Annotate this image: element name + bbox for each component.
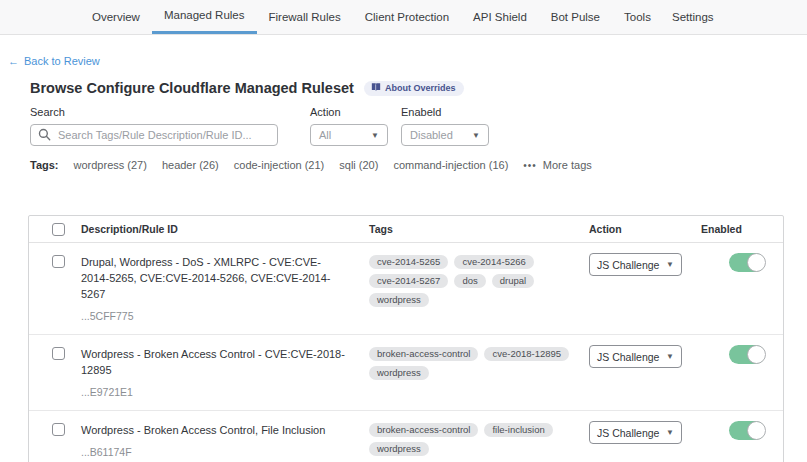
rule-tag-pill: cve-2014-5267 [369, 274, 448, 288]
chevron-down-icon: ▼ [371, 131, 379, 140]
search-input[interactable] [30, 124, 278, 146]
enabled-toggle[interactable] [729, 253, 765, 272]
more-tags-label: More tags [543, 159, 592, 171]
toggle-knob [747, 421, 766, 440]
rule-description-cell: Wordpress - Broken Access Control - CVE:… [81, 335, 369, 410]
tags-bar: Tags: wordpress (27)header (26)code-inje… [30, 159, 592, 171]
enabled-toggle[interactable] [729, 421, 765, 440]
rule-tag-pill: file-inclusion [484, 423, 552, 437]
rule-tags-cell: broken-access-controlfile-inclusionwordp… [369, 411, 589, 462]
row-checkbox[interactable] [52, 347, 65, 360]
row-checkbox[interactable] [52, 423, 65, 436]
back-link-label: Back to Review [24, 55, 100, 67]
tag-filter-link[interactable]: wordpress (27) [74, 159, 147, 171]
table-header-row: Description/Rule ID Tags Action Enabled [29, 216, 783, 243]
col-description: Description/Rule ID [81, 223, 369, 235]
rule-tag-pill: wordpress [369, 366, 429, 380]
rule-tag-pill: broken-access-control [369, 423, 478, 437]
rule-description-cell: Drupal, Wordpress - DoS - XMLRPC - CVE:C… [81, 243, 369, 334]
rule-id: ...E9721E1 [81, 385, 349, 400]
col-action: Action [589, 223, 701, 235]
rule-action-value: JS Challenge [597, 427, 659, 439]
rule-description: Drupal, Wordpress - DoS - XMLRPC - CVE:C… [81, 255, 349, 303]
rule-tag-pill: wordpress [369, 442, 429, 456]
action-filter: Action All ▼ [310, 106, 388, 146]
toggle-knob [747, 345, 766, 364]
back-arrow-icon: ← [8, 55, 19, 67]
rule-tag-pill: dos [454, 274, 485, 288]
chevron-down-icon: ▼ [666, 260, 674, 269]
rule-tag-pill: wordpress [369, 293, 429, 307]
search-icon [38, 128, 51, 141]
tags-bar-label: Tags: [30, 159, 59, 171]
enabled-filter: Enabeld Disabled ▼ [401, 106, 489, 146]
rule-action-value: JS Challenge [597, 259, 659, 271]
table-body: Drupal, Wordpress - DoS - XMLRPC - CVE:C… [29, 243, 783, 462]
more-tags-link[interactable]: ••• More tags [523, 159, 591, 171]
chevron-down-icon: ▼ [472, 131, 480, 140]
tag-filter-links: wordpress (27)header (26)code-injection … [74, 159, 509, 171]
row-checkbox[interactable] [52, 255, 65, 268]
table-row: Wordpress - Broken Access Control - CVE:… [29, 335, 783, 411]
rule-action-cell: JS Challenge▼ [589, 243, 701, 334]
rule-action-select[interactable]: JS Challenge▼ [589, 253, 682, 276]
tag-filter-link[interactable]: code-injection (21) [234, 159, 325, 171]
col-tags: Tags [369, 223, 589, 235]
tag-filter-link[interactable]: command-injection (16) [393, 159, 508, 171]
rule-enabled-cell [701, 411, 783, 462]
tab-firewall-rules[interactable]: Firewall Rules [257, 0, 353, 34]
chevron-down-icon: ▼ [666, 428, 674, 437]
table-row: Drupal, Wordpress - DoS - XMLRPC - CVE:C… [29, 243, 783, 335]
rule-action-select[interactable]: JS Challenge▼ [589, 345, 682, 368]
tab-api-shield[interactable]: API Shield [461, 0, 539, 34]
book-icon [371, 83, 381, 92]
rule-action-cell: JS Challenge▼ [589, 411, 701, 462]
action-label: Action [310, 106, 388, 118]
row-checkbox-cell [29, 243, 81, 334]
tab-overview[interactable]: Overview [80, 0, 152, 34]
rule-action-cell: JS Challenge▼ [589, 335, 701, 410]
managed-ruleset-page: OverviewManaged RulesFirewall RulesClien… [0, 0, 807, 462]
action-filter-select[interactable]: All ▼ [310, 124, 388, 146]
rule-description: Wordpress - Broken Access Control, File … [81, 423, 349, 439]
page-title: Browse Configure Cloudflare Managed Rule… [30, 80, 354, 96]
about-overrides-badge[interactable]: About Overrides [364, 81, 465, 96]
rule-tag-pill: broken-access-control [369, 347, 478, 361]
search-label: Search [30, 106, 278, 118]
enabled-filter-select[interactable]: Disabled ▼ [401, 124, 489, 146]
chevron-down-icon: ▼ [666, 352, 674, 361]
rule-action-value: JS Challenge [597, 351, 659, 363]
rule-id: ...5CFF775 [81, 309, 349, 324]
rule-tag-pill: cve-2018-12895 [484, 347, 569, 361]
rule-tag-pill: cve-2014-5266 [454, 255, 533, 269]
tab-managed-rules[interactable]: Managed Rules [152, 0, 257, 34]
ellipsis-icon: ••• [523, 160, 537, 171]
rule-tags-cell: cve-2014-5265cve-2014-5266cve-2014-5267d… [369, 243, 589, 334]
enabled-label: Enabeld [401, 106, 489, 118]
rules-table: Description/Rule ID Tags Action Enabled … [28, 215, 784, 462]
badge-label: About Overrides [385, 83, 456, 93]
rule-enabled-cell [701, 335, 783, 410]
rule-id: ...B61174F [81, 445, 349, 460]
rule-action-select[interactable]: JS Challenge▼ [589, 421, 682, 444]
toggle-knob [747, 253, 766, 272]
row-checkbox-cell [29, 335, 81, 410]
tag-filter-link[interactable]: sqli (20) [339, 159, 378, 171]
rule-tags-cell: broken-access-controlcve-2018-12895wordp… [369, 335, 589, 410]
rule-enabled-cell [701, 243, 783, 334]
enabled-filter-value: Disabled [410, 129, 453, 141]
tab-client-protection[interactable]: Client Protection [353, 0, 461, 34]
tag-filter-link[interactable]: header (26) [162, 159, 219, 171]
select-all-checkbox[interactable] [52, 223, 65, 236]
table-row: Wordpress - Broken Access Control, File … [29, 411, 783, 462]
enabled-toggle[interactable] [729, 345, 765, 364]
col-enabled: Enabled [701, 223, 783, 235]
tab-bot-pulse[interactable]: Bot Pulse [539, 0, 612, 34]
rule-tag-pill: drupal [492, 274, 534, 288]
rule-description-cell: Wordpress - Broken Access Control, File … [81, 411, 369, 462]
tab-tools[interactable]: Tools [612, 0, 663, 34]
back-to-review-link[interactable]: ← Back to Review [8, 55, 100, 67]
rule-tag-pill: cve-2014-5265 [369, 255, 448, 269]
tab-settings[interactable]: Settings [672, 0, 714, 34]
nav-tabs: OverviewManaged RulesFirewall RulesClien… [80, 0, 663, 34]
